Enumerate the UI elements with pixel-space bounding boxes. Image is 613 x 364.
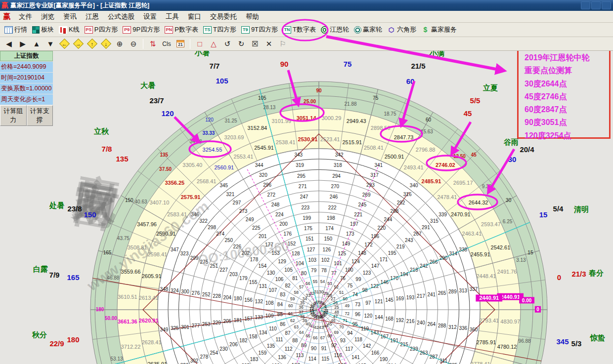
close-button[interactable] [602,1,611,9]
pn-icon: PN [165,26,173,34]
pan-left-icon[interactable]: ← [58,39,70,49]
button-计算阻力[interactable]: 计算阻力 [0,105,27,126]
svg-text:249: 249 [246,217,254,222]
toolbar-label: 行情 [14,25,27,34]
main-toolbar: 行情板块K线PSP四方形P99P四方形PNP数字表TST四方形T99T四方形TN… [0,23,613,37]
svg-text:273: 273 [239,208,248,214]
arrow-up-icon[interactable]: ▲ [31,39,43,49]
maximize-button[interactable] [591,1,601,9]
svg-text:347: 347 [171,247,179,252]
toolbar-button-T四方形[interactable]: TST四方形 [201,24,239,35]
box-x-tool-icon[interactable]: ☒ [249,39,261,49]
svg-text:193: 193 [406,295,415,300]
svg-text:128: 128 [292,251,300,256]
svg-text:319: 319 [296,162,304,168]
minimize-button[interactable] [581,1,590,9]
svg-text:122: 122 [371,283,379,289]
svg-text:130: 130 [267,270,275,276]
svg-text:21.88: 21.88 [345,101,357,107]
pan-right-icon[interactable]: → [72,39,84,49]
toolbar-separator [143,39,143,49]
triangle-tool-icon[interactable]: △ [208,39,219,49]
menu-设置[interactable]: 设置 [139,12,161,21]
menu-交易委托[interactable]: 交易委托 [206,12,241,21]
svg-text:2635.91: 2635.91 [147,361,167,364]
service-icon: $ [421,26,430,34]
svg-text:3152.84: 3152.84 [247,125,267,131]
svg-text:320: 320 [259,172,267,178]
svg-text:323: 323 [180,251,189,256]
zoom-in-icon[interactable]: ⊕ [114,39,126,49]
svg-text:203: 203 [229,272,238,277]
menu-江恩[interactable]: 江恩 [81,12,103,21]
svg-text:321: 321 [226,192,235,197]
svg-text:4830.97: 4830.97 [500,319,520,324]
toolbar-button-P四方形[interactable]: PSP四方形 [82,24,121,35]
toolbar-button-P数字表[interactable]: PNP数字表 [162,24,201,35]
svg-text:275: 275 [200,259,209,265]
pan-down-icon[interactable]: ↓ [100,39,112,49]
rotate-cw-icon[interactable]: ↻ [235,39,247,49]
toolbar-button-行情[interactable]: 行情 [2,24,30,35]
svg-text:123: 123 [363,270,371,276]
rotate-ccw-icon[interactable]: ↺ [221,39,233,49]
menu-工具[interactable]: 工具 [161,12,183,21]
toolbar-button-9T四方形[interactable]: T99T四方形 [239,24,280,35]
nav-left-icon[interactable]: ◀ [3,39,15,49]
svg-text:34.38: 34.38 [190,139,202,144]
cls-button[interactable]: Cls [161,39,173,49]
toolbar-button-板块[interactable]: 板块 [30,24,56,35]
svg-text:84: 84 [277,302,283,307]
svg-text:215: 215 [400,342,408,347]
wheel-label-23/7: 23/7 [149,96,164,105]
menu-浏览[interactable]: 浏览 [37,12,59,21]
svg-text:174: 174 [325,226,334,231]
svg-text:343: 343 [294,152,303,158]
calendar-icon[interactable]: 21 [175,39,186,49]
menu-文件[interactable]: 文件 [14,12,37,21]
svg-text:318: 318 [334,162,342,168]
zoom-out-icon[interactable]: ⊖ [128,39,139,49]
svg-text:134: 134 [259,330,267,335]
svg-text:4780.12: 4780.12 [497,344,517,350]
toolbar-button-六角形[interactable]: ⬡六角形 [385,24,419,35]
toolbar-button-赢家轮[interactable]: 赢家轮 [351,24,385,35]
gann-wheel-canvas[interactable]: 1234567891011121314151617181920212223242… [0,51,613,364]
svg-text:18.75: 18.75 [384,111,396,117]
toolbar-button-江恩轮[interactable]: 江恩轮 [318,24,351,35]
svg-text:312: 312 [448,324,457,330]
arrow-down-icon[interactable]: ▼ [44,39,56,49]
flag-tool-icon[interactable]: ⚐ [277,39,289,49]
svg-text:3203.69: 3203.69 [224,134,244,140]
pan-up-icon[interactable]: ↑ [86,39,98,49]
price-scale-icon[interactable]: ⇅ [147,39,159,49]
svg-text:153: 153 [271,250,280,256]
rect-tool-icon[interactable]: □ [194,39,206,49]
p9-icon: P9 [123,26,131,34]
toolbar-label: 赢家服务 [431,25,457,34]
menu-公式选股[interactable]: 公式选股 [103,12,139,21]
svg-text:93: 93 [340,338,346,343]
button-计算支撑[interactable]: 计算支撑 [27,105,53,126]
svg-text:50.00: 50.00 [105,316,117,321]
svg-text:124: 124 [351,259,360,264]
svg-text:120: 120 [205,117,214,122]
menu-窗口[interactable]: 窗口 [183,12,206,21]
menu-帮助[interactable]: 帮助 [241,12,263,21]
toolbar-button-赢家服务[interactable]: $赢家服务 [419,24,459,35]
svg-text:348: 348 [160,286,169,292]
note-line: 60度2847点 [525,103,609,116]
svg-text:317: 317 [370,172,379,178]
wheel-label-小满: 小满 [430,51,444,58]
menu-资讯[interactable]: 资讯 [59,12,81,21]
svg-text:100: 100 [345,267,353,273]
converge-tool-icon[interactable]: ✕ [263,39,275,49]
svg-text:266: 266 [430,259,438,265]
toolbar-button-T数字表[interactable]: TNT数字表 [280,24,318,35]
wheel-label-惊蛰: 惊蛰 [590,333,605,343]
toolbar-button-K线[interactable]: K线 [56,24,82,35]
toolbar-button-9P四方形[interactable]: P99P四方形 [120,24,162,35]
nav-right-icon[interactable]: ▶ [17,39,29,49]
svg-text:131: 131 [259,283,267,289]
svg-text:311: 311 [439,358,447,364]
